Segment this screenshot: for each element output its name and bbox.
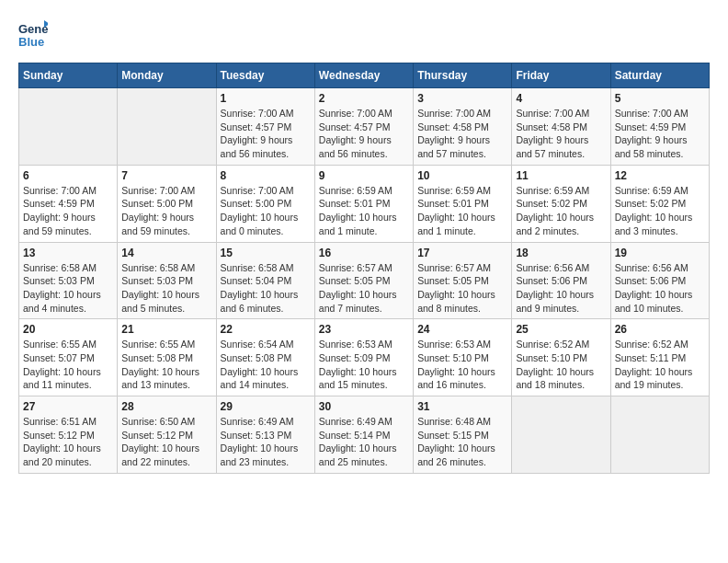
day-info: Sunrise: 6:57 AMSunset: 5:05 PMDaylight:… bbox=[319, 261, 409, 316]
day-number: 9 bbox=[319, 169, 409, 182]
day-info: Sunrise: 6:59 AMSunset: 5:02 PMDaylight:… bbox=[615, 184, 705, 238]
day-number: 19 bbox=[615, 247, 705, 259]
calendar-cell: 19Sunrise: 6:56 AMSunset: 5:06 PMDayligh… bbox=[610, 242, 709, 319]
page-header: General Blue bbox=[18, 18, 710, 53]
calendar-cell: 1Sunrise: 7:00 AMSunset: 4:57 PMDaylight… bbox=[216, 88, 314, 166]
day-info: Sunrise: 7:00 AMSunset: 4:59 PMDaylight:… bbox=[23, 184, 113, 238]
weekday-header: Tuesday bbox=[216, 63, 314, 88]
day-number: 22 bbox=[221, 323, 311, 336]
day-number: 23 bbox=[319, 323, 409, 336]
calendar-cell: 3Sunrise: 7:00 AMSunset: 4:58 PMDaylight… bbox=[414, 88, 512, 166]
day-info: Sunrise: 6:53 AMSunset: 5:10 PMDaylight:… bbox=[417, 338, 507, 392]
calendar-cell: 18Sunrise: 6:56 AMSunset: 5:06 PMDayligh… bbox=[512, 242, 610, 319]
day-info: Sunrise: 7:00 AMSunset: 4:59 PMDaylight:… bbox=[615, 107, 705, 161]
calendar-cell: 17Sunrise: 6:57 AMSunset: 5:05 PMDayligh… bbox=[414, 242, 512, 319]
calendar-cell: 31Sunrise: 6:48 AMSunset: 5:15 PMDayligh… bbox=[414, 396, 512, 474]
calendar-cell: 30Sunrise: 6:49 AMSunset: 5:14 PMDayligh… bbox=[314, 396, 413, 474]
day-info: Sunrise: 7:00 AMSunset: 4:58 PMDaylight:… bbox=[417, 107, 507, 161]
calendar-cell: 15Sunrise: 6:58 AMSunset: 5:04 PMDayligh… bbox=[216, 242, 314, 319]
day-number: 27 bbox=[23, 400, 113, 413]
day-number: 3 bbox=[417, 92, 507, 105]
day-info: Sunrise: 6:59 AMSunset: 5:01 PMDaylight:… bbox=[417, 184, 507, 238]
day-number: 8 bbox=[221, 169, 311, 182]
calendar-week: 20Sunrise: 6:55 AMSunset: 5:07 PMDayligh… bbox=[19, 319, 710, 396]
day-number: 10 bbox=[417, 169, 507, 182]
day-info: Sunrise: 6:55 AMSunset: 5:08 PMDaylight:… bbox=[121, 338, 211, 392]
day-info: Sunrise: 6:58 AMSunset: 5:03 PMDaylight:… bbox=[23, 261, 113, 316]
day-number: 11 bbox=[516, 169, 606, 182]
day-number: 20 bbox=[23, 323, 113, 336]
day-number: 1 bbox=[221, 92, 311, 105]
calendar-table: SundayMondayTuesdayWednesdayThursdayFrid… bbox=[18, 63, 710, 474]
calendar-cell: 9Sunrise: 6:59 AMSunset: 5:01 PMDaylight… bbox=[314, 165, 413, 242]
day-info: Sunrise: 7:00 AMSunset: 4:57 PMDaylight:… bbox=[319, 107, 409, 161]
day-number: 13 bbox=[23, 247, 113, 259]
calendar-cell: 27Sunrise: 6:51 AMSunset: 5:12 PMDayligh… bbox=[19, 396, 118, 474]
calendar-cell: 10Sunrise: 6:59 AMSunset: 5:01 PMDayligh… bbox=[414, 165, 512, 242]
day-info: Sunrise: 7:00 AMSunset: 5:00 PMDaylight:… bbox=[221, 184, 311, 238]
calendar-week: 6Sunrise: 7:00 AMSunset: 4:59 PMDaylight… bbox=[19, 165, 710, 242]
day-number: 14 bbox=[121, 247, 211, 259]
calendar-week: 1Sunrise: 7:00 AMSunset: 4:57 PMDaylight… bbox=[19, 88, 710, 166]
logo-container: General Blue bbox=[18, 18, 48, 53]
weekday-header: Monday bbox=[118, 63, 216, 88]
calendar-cell: 23Sunrise: 6:53 AMSunset: 5:09 PMDayligh… bbox=[314, 319, 413, 396]
calendar-cell: 14Sunrise: 6:58 AMSunset: 5:03 PMDayligh… bbox=[118, 242, 216, 319]
calendar-header: SundayMondayTuesdayWednesdayThursdayFrid… bbox=[19, 63, 710, 88]
day-number: 17 bbox=[417, 247, 507, 259]
calendar-cell: 25Sunrise: 6:52 AMSunset: 5:10 PMDayligh… bbox=[512, 319, 610, 396]
calendar-week: 13Sunrise: 6:58 AMSunset: 5:03 PMDayligh… bbox=[19, 242, 710, 319]
day-number: 15 bbox=[221, 247, 311, 259]
calendar-cell: 11Sunrise: 6:59 AMSunset: 5:02 PMDayligh… bbox=[512, 165, 610, 242]
logo-icon: General Blue bbox=[18, 18, 48, 53]
day-info: Sunrise: 6:57 AMSunset: 5:05 PMDaylight:… bbox=[417, 261, 507, 316]
weekday-header: Saturday bbox=[610, 63, 709, 88]
day-info: Sunrise: 6:54 AMSunset: 5:08 PMDaylight:… bbox=[221, 338, 311, 392]
calendar-cell: 28Sunrise: 6:50 AMSunset: 5:12 PMDayligh… bbox=[118, 396, 216, 474]
day-info: Sunrise: 6:58 AMSunset: 5:04 PMDaylight:… bbox=[221, 261, 311, 316]
svg-text:General: General bbox=[18, 22, 48, 36]
day-number: 31 bbox=[417, 400, 507, 413]
logo: General Blue bbox=[18, 18, 48, 53]
day-info: Sunrise: 6:48 AMSunset: 5:15 PMDaylight:… bbox=[417, 415, 507, 469]
calendar-body: 1Sunrise: 7:00 AMSunset: 4:57 PMDaylight… bbox=[19, 88, 710, 474]
calendar-cell: 26Sunrise: 6:52 AMSunset: 5:11 PMDayligh… bbox=[610, 319, 709, 396]
calendar-cell: 12Sunrise: 6:59 AMSunset: 5:02 PMDayligh… bbox=[610, 165, 709, 242]
day-number: 18 bbox=[516, 247, 606, 259]
weekday-header: Sunday bbox=[19, 63, 118, 88]
day-info: Sunrise: 6:53 AMSunset: 5:09 PMDaylight:… bbox=[319, 338, 409, 392]
day-info: Sunrise: 7:00 AMSunset: 5:00 PMDaylight:… bbox=[121, 184, 211, 238]
calendar-cell: 16Sunrise: 6:57 AMSunset: 5:05 PMDayligh… bbox=[314, 242, 413, 319]
calendar-cell: 21Sunrise: 6:55 AMSunset: 5:08 PMDayligh… bbox=[118, 319, 216, 396]
day-number: 6 bbox=[23, 169, 113, 182]
day-number: 24 bbox=[417, 323, 507, 336]
day-info: Sunrise: 6:49 AMSunset: 5:13 PMDaylight:… bbox=[221, 415, 311, 469]
day-info: Sunrise: 6:59 AMSunset: 5:01 PMDaylight:… bbox=[319, 184, 409, 238]
day-info: Sunrise: 6:51 AMSunset: 5:12 PMDaylight:… bbox=[23, 415, 113, 469]
day-number: 7 bbox=[121, 169, 211, 182]
day-number: 12 bbox=[615, 169, 705, 182]
weekday-header: Friday bbox=[512, 63, 610, 88]
day-info: Sunrise: 7:00 AMSunset: 4:57 PMDaylight:… bbox=[221, 107, 311, 161]
day-number: 21 bbox=[121, 323, 211, 336]
calendar-cell: 7Sunrise: 7:00 AMSunset: 5:00 PMDaylight… bbox=[118, 165, 216, 242]
day-info: Sunrise: 6:50 AMSunset: 5:12 PMDaylight:… bbox=[121, 415, 211, 469]
day-number: 30 bbox=[319, 400, 409, 413]
calendar-cell: 29Sunrise: 6:49 AMSunset: 5:13 PMDayligh… bbox=[216, 396, 314, 474]
weekday-header: Wednesday bbox=[314, 63, 413, 88]
weekday-header: Thursday bbox=[414, 63, 512, 88]
day-info: Sunrise: 6:55 AMSunset: 5:07 PMDaylight:… bbox=[23, 338, 113, 392]
svg-text:Blue: Blue bbox=[18, 35, 44, 49]
day-number: 5 bbox=[615, 92, 705, 105]
day-info: Sunrise: 6:52 AMSunset: 5:10 PMDaylight:… bbox=[516, 338, 606, 392]
calendar-cell bbox=[610, 396, 709, 474]
calendar-cell: 5Sunrise: 7:00 AMSunset: 4:59 PMDaylight… bbox=[610, 88, 709, 166]
calendar-cell bbox=[118, 88, 216, 166]
day-number: 29 bbox=[221, 400, 311, 413]
calendar-cell bbox=[512, 396, 610, 474]
day-info: Sunrise: 6:49 AMSunset: 5:14 PMDaylight:… bbox=[319, 415, 409, 469]
day-info: Sunrise: 6:56 AMSunset: 5:06 PMDaylight:… bbox=[615, 261, 705, 316]
calendar-cell bbox=[19, 88, 118, 166]
calendar-cell: 20Sunrise: 6:55 AMSunset: 5:07 PMDayligh… bbox=[19, 319, 118, 396]
calendar-cell: 2Sunrise: 7:00 AMSunset: 4:57 PMDaylight… bbox=[314, 88, 413, 166]
